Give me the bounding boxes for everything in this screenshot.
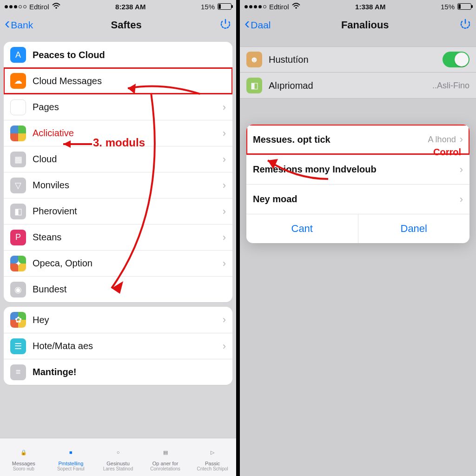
row-pages[interactable]: 5 Pages › (4, 94, 232, 120)
power-icon (219, 18, 231, 30)
row-label: Monviles (33, 180, 223, 191)
tab-icon: ▷ (205, 445, 219, 459)
sheet-button-bar: Cant Danel (246, 214, 469, 243)
clock-label: 8:238 AM (115, 3, 145, 11)
sheet-cancel-button[interactable]: Cant (246, 214, 358, 243)
chevron-left-icon (5, 20, 10, 31)
row-label: Mantinge! (33, 367, 226, 377)
row-cloud-messages[interactable]: ☁︎ Cloud Messages (4, 68, 232, 94)
row-label: Cloud Messages (33, 76, 226, 86)
tab-icon: ▤ (159, 445, 172, 459)
sheet-row-messues[interactable]: Messues. opt tick A lhond › (246, 125, 469, 154)
tab-label: GesinustuLares Statinod (103, 461, 133, 471)
row-opeca[interactable]: ✦ Opeca, Option › (4, 250, 232, 276)
chevron-right-icon: › (223, 153, 226, 165)
chevron-right-icon: › (460, 133, 463, 145)
app-icon: ✦ (10, 256, 26, 271)
settings-list: A Peaces to Cloud ☁︎ Cloud Messages 5 Pa… (4, 42, 232, 302)
app-icon: ✿ (10, 312, 26, 328)
right-phone: Edtirol 1:338 AM 15% Daal Fanalious (238, 0, 476, 476)
row-hote[interactable]: ☰ Hote/Mata aes › (4, 333, 232, 359)
tab-pmtstelling[interactable]: ■ PmtstellingSopect Fанul (47, 438, 95, 476)
section-header-label: Peaces to Cloud (33, 50, 226, 60)
chevron-right-icon: › (223, 314, 226, 326)
settings-list-2: ✿ Hey › ☰ Hote/Mata aes › ≡ Mantinge! (4, 307, 232, 385)
app-icon (10, 126, 26, 141)
app-icon: ◧ (10, 204, 26, 219)
nav-bar: Bank Saftes (0, 13, 236, 37)
row-steans[interactable]: P Steans › (4, 224, 232, 250)
left-phone: Edtirol 8:238 AM 15% Bank Saftes (0, 0, 238, 476)
row-label: Hote/Mata aes (33, 341, 223, 351)
row-acliciative[interactable]: Acliciative › (4, 120, 232, 146)
app-icon: ☁︎ (10, 73, 26, 89)
chevron-right-icon: › (223, 101, 226, 113)
tab-bar: 🔒 MessagesSooro нub ■ PmtstellingSopect … (0, 438, 236, 476)
row-cloud[interactable]: ▦ Cloud › (4, 146, 232, 172)
row-label: Pages (33, 102, 223, 112)
tab-icon: ■ (64, 445, 78, 459)
tab-label: PmtstellingSopect Fанul (57, 461, 85, 471)
section-header: A Peaces to Cloud (4, 42, 232, 68)
row-label: Acliciative (33, 128, 223, 139)
app-icon: ◉ (10, 282, 26, 298)
appstore-icon: A (10, 47, 26, 63)
tab-op[interactable]: ▤ Op aner forConroletations (142, 438, 189, 476)
nav-action-button[interactable] (219, 18, 231, 32)
row-monviles[interactable]: ▽ Monviles › (4, 172, 232, 198)
row-label: Steans (33, 232, 223, 243)
chevron-right-icon: › (223, 231, 226, 244)
row-label: Bundest (33, 284, 226, 295)
row-label: Opeca, Option (33, 258, 223, 269)
tab-label: PassicCntech Schipol (197, 461, 228, 471)
chevron-right-icon: › (223, 340, 226, 352)
action-sheet: Messues. opt tick A lhond › Remesions mo… (246, 125, 469, 243)
tab-label: MessagesSooro нub (12, 461, 35, 471)
sheet-row-remesions[interactable]: Remesions mony Indveloub › (246, 154, 469, 184)
app-icon: ≡ (10, 364, 26, 380)
row-label: Hey (33, 315, 223, 325)
app-icon: P (10, 230, 26, 245)
app-icon: 5 (10, 99, 26, 115)
tab-passic[interactable]: ▷ PassicCntech Schipol (189, 438, 236, 476)
row-bundest[interactable]: ◉ Bundest (4, 276, 232, 302)
tab-gesinustu[interactable]: ○ GesinustuLares Statinod (94, 438, 142, 476)
status-bar: Edtirol 8:238 AM 15% (0, 0, 236, 13)
row-label: Remesions mony Indveloub (253, 164, 460, 175)
app-icon: ☰ (10, 338, 26, 354)
carrier-label: Edtirol (29, 3, 49, 11)
sheet-confirm-button[interactable]: Danel (358, 214, 470, 243)
row-sub: A lhond (428, 135, 456, 145)
signal-dots-icon (5, 5, 26, 8)
tab-messages[interactable]: 🔒 MessagesSooro нub (0, 438, 47, 476)
chevron-right-icon: › (223, 205, 226, 218)
chevron-right-icon: › (460, 193, 463, 205)
tab-icon: 🔒 (17, 445, 31, 459)
row-label: Ney moad (253, 194, 460, 205)
chevron-right-icon: › (223, 179, 226, 192)
back-button[interactable]: Bank (5, 20, 33, 31)
row-label: Messues. opt tick (253, 134, 428, 145)
row-mantinge[interactable]: ≡ Mantinge! (4, 359, 232, 385)
app-icon: ▽ (10, 178, 26, 193)
chevron-right-icon: › (460, 164, 463, 176)
row-hey[interactable]: ✿ Hey › (4, 307, 232, 333)
row-label: Pherovient (33, 206, 223, 217)
chevron-right-icon: › (223, 258, 226, 270)
sheet-row-ney[interactable]: Ney moad › (246, 184, 469, 214)
wifi-icon (52, 3, 60, 11)
row-pherovient[interactable]: ◧ Pherovient › (4, 198, 232, 224)
app-icon: ▦ (10, 152, 26, 167)
back-label: Bank (11, 20, 33, 31)
battery-icon (218, 3, 231, 10)
page-title: Saftes (111, 19, 142, 31)
svg-point-0 (55, 7, 57, 9)
battery-label: 15% (201, 3, 215, 11)
tab-label: Op aner forConroletations (150, 461, 180, 471)
tab-icon: ○ (111, 445, 125, 459)
chevron-right-icon: › (223, 127, 226, 139)
row-label: Cloud (33, 154, 223, 165)
